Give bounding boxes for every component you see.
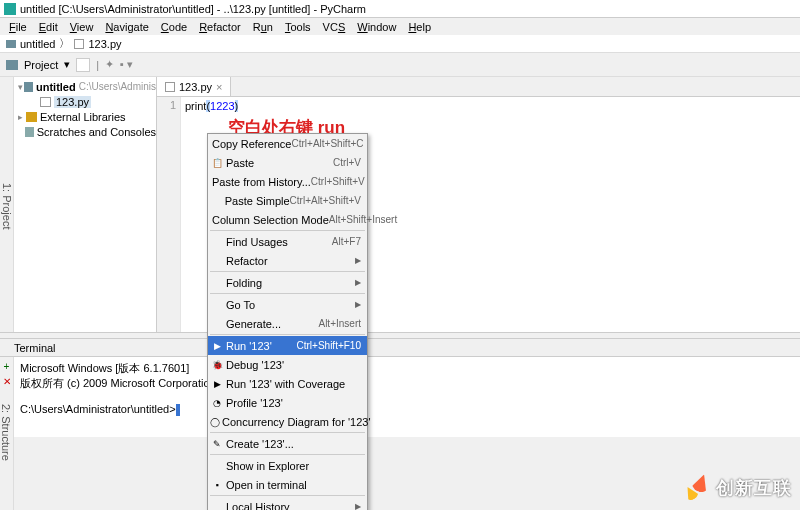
python-file-icon <box>165 82 175 92</box>
ctx-item[interactable]: 📋PasteCtrl+V <box>208 153 367 172</box>
ctx-item[interactable]: ◔Profile '123' <box>208 393 367 412</box>
close-icon[interactable]: ✕ <box>3 376 11 387</box>
watermark-logo-icon <box>682 474 710 502</box>
tree-external-libs[interactable]: ▸External Libraries <box>14 109 156 124</box>
ctx-item[interactable]: Go To▶ <box>208 295 367 314</box>
chevron-right-icon: ▶ <box>355 256 361 265</box>
left-toolwindow-bar: 2: Structure avorites <box>0 400 14 510</box>
folder-icon <box>6 40 16 48</box>
ctx-item[interactable]: ✎Create '123'... <box>208 434 367 453</box>
terminal-tab[interactable]: Terminal <box>0 339 800 357</box>
project-label[interactable]: Project <box>24 59 58 71</box>
pycharm-icon <box>4 3 16 15</box>
chevron-right-icon: ▶ <box>355 502 361 510</box>
editor-tab[interactable]: 123.py × <box>157 77 231 96</box>
ctx-item[interactable]: Column Selection ModeAlt+Shift+Insert <box>208 210 367 229</box>
menu-file[interactable]: File <box>4 20 32 34</box>
chevron-right-icon: ▶ <box>355 278 361 287</box>
ctx-item[interactable]: ◯Concurrency Diagram for '123' <box>208 412 367 431</box>
breadcrumb-root[interactable]: untitled <box>20 38 55 50</box>
terminal-cursor <box>176 404 180 416</box>
ctx-item[interactable]: Paste from History...Ctrl+Shift+V <box>208 172 367 191</box>
plus-icon[interactable]: + <box>4 361 10 372</box>
chevron-right-icon: ▶ <box>355 300 361 309</box>
watermark: 创新互联 <box>682 474 792 502</box>
terminal-body[interactable]: + ✕ Microsoft Windows [版本 6.1.7601] 版权所有… <box>0 357 800 437</box>
window-title: untitled [C:\Users\Administrator\untitle… <box>20 3 366 15</box>
menu-navigate[interactable]: Navigate <box>100 20 153 34</box>
ctx-item[interactable]: Local History▶ <box>208 497 367 510</box>
menu-tools[interactable]: Tools <box>280 20 316 34</box>
menu-help[interactable]: Help <box>403 20 436 34</box>
ctx-item[interactable]: 🐞Debug '123' <box>208 355 367 374</box>
breadcrumb-bar: untitled 〉 123.py <box>0 35 800 53</box>
main-menubar: FileEditViewNavigateCodeRefactorRunTools… <box>0 18 800 35</box>
menu-view[interactable]: View <box>65 20 99 34</box>
menu-edit[interactable]: Edit <box>34 20 63 34</box>
terminal-panel: Terminal + ✕ Microsoft Windows [版本 6.1.7… <box>0 338 800 437</box>
tree-file[interactable]: 123.py <box>14 94 156 109</box>
ctx-item[interactable]: Generate...Alt+Insert <box>208 314 367 333</box>
ctx-item[interactable]: Folding▶ <box>208 273 367 292</box>
menu-refactor[interactable]: Refactor <box>194 20 246 34</box>
context-menu: Copy ReferenceCtrl+Alt+Shift+C📋PasteCtrl… <box>207 133 368 510</box>
close-icon[interactable]: × <box>216 81 222 93</box>
folder-icon <box>6 60 18 70</box>
project-toolbar: Project ▾ | ✦ ▪ ▾ <box>0 53 800 77</box>
menu-window[interactable]: Window <box>352 20 401 34</box>
settings-icon[interactable] <box>76 58 90 72</box>
menu-vcs[interactable]: VCS <box>318 20 351 34</box>
editor-tabstrip: 123.py × <box>157 77 800 97</box>
ctx-item[interactable]: Refactor▶ <box>208 251 367 270</box>
breadcrumb-file[interactable]: 123.py <box>88 38 121 50</box>
ctx-item[interactable]: ▶Run '123' with Coverage <box>208 374 367 393</box>
project-tree[interactable]: ▾untitled C:\Users\Adminis 123.py ▸Exter… <box>14 77 157 332</box>
ctx-item[interactable]: Show in Explorer <box>208 456 367 475</box>
menu-code[interactable]: Code <box>156 20 192 34</box>
left-gutter: 1: Project <box>0 77 14 332</box>
tree-scratches[interactable]: Scratches and Consoles <box>14 124 156 139</box>
line-gutter: 1 <box>157 97 181 332</box>
window-titlebar: untitled [C:\Users\Administrator\untitle… <box>0 0 800 18</box>
ctx-item[interactable]: Find UsagesAlt+F7 <box>208 232 367 251</box>
python-file-icon <box>74 39 84 49</box>
ctx-item[interactable]: ▪Open in terminal <box>208 475 367 494</box>
ctx-item[interactable]: Paste SimpleCtrl+Alt+Shift+V <box>208 191 367 210</box>
menu-run[interactable]: Run <box>248 20 278 34</box>
ctx-item[interactable]: Copy ReferenceCtrl+Alt+Shift+C <box>208 134 367 153</box>
run-item[interactable]: ▶Run '123'Ctrl+Shift+F10 <box>208 336 367 355</box>
tree-root[interactable]: ▾untitled C:\Users\Adminis <box>14 79 156 94</box>
